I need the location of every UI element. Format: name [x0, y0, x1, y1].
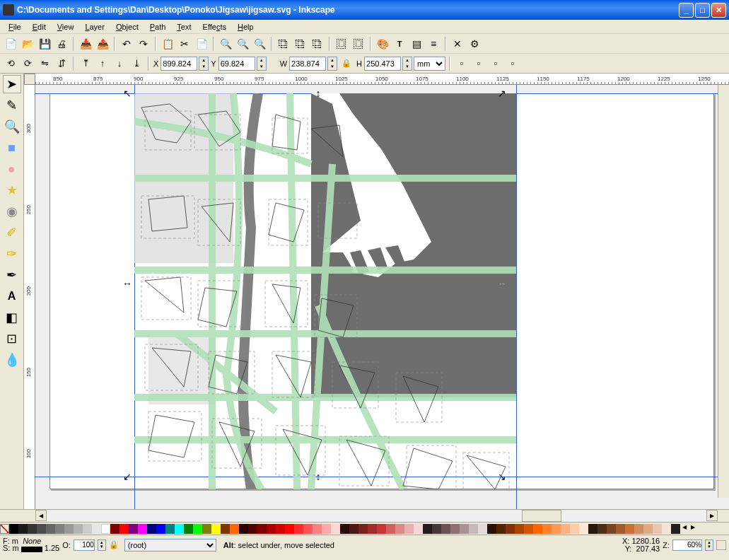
print-icon[interactable]: 🖨: [54, 36, 69, 52]
zoom-page-icon[interactable]: 🔍: [252, 36, 267, 52]
color-swatch[interactable]: [83, 524, 92, 534]
rotate-right-icon[interactable]: ⟳: [20, 56, 35, 71]
scrollbar-horizontal[interactable]: ◀ ▶: [0, 509, 729, 522]
unit-select[interactable]: mm: [414, 57, 445, 71]
group-icon[interactable]: ⿴: [334, 36, 349, 52]
affect-2-icon[interactable]: ▫: [471, 56, 486, 71]
color-swatch[interactable]: [506, 524, 515, 534]
lock-aspect-icon[interactable]: 🔒: [339, 56, 354, 71]
color-swatch[interactable]: [662, 524, 671, 534]
color-swatch[interactable]: [211, 524, 221, 534]
resize-grip[interactable]: [716, 540, 726, 550]
scroll-track[interactable]: [47, 510, 706, 522]
color-swatch[interactable]: [423, 524, 432, 534]
color-swatch[interactable]: [303, 524, 313, 534]
menu-view[interactable]: View: [52, 21, 80, 33]
color-swatch[interactable]: [552, 524, 561, 534]
zoom-tool-icon[interactable]: 🔍: [3, 117, 21, 136]
color-swatch[interactable]: [175, 524, 184, 534]
color-swatch[interactable]: [386, 524, 395, 534]
color-swatch[interactable]: [138, 524, 147, 534]
menu-effects[interactable]: Effects: [197, 21, 232, 33]
color-swatch[interactable]: [653, 524, 662, 534]
color-swatch[interactable]: [230, 524, 239, 534]
color-swatch[interactable]: [441, 524, 450, 534]
color-swatch[interactable]: [358, 524, 368, 534]
ruler-vertical[interactable]: 300 250 200 150 100: [24, 85, 35, 509]
color-swatch[interactable]: [221, 524, 230, 534]
color-swatch[interactable]: [248, 524, 257, 534]
map-drawing[interactable]: [134, 93, 516, 489]
menu-help[interactable]: Help: [232, 21, 259, 33]
zoom-fit-icon[interactable]: 🔍: [218, 36, 233, 52]
color-swatch[interactable]: [634, 524, 643, 534]
color-swatch[interactable]: [147, 524, 156, 534]
color-swatch[interactable]: [616, 524, 625, 534]
color-swatch[interactable]: [404, 524, 414, 534]
color-swatch[interactable]: [74, 524, 83, 534]
scrollbar-vertical[interactable]: [718, 85, 729, 498]
scroll-right-icon[interactable]: ▶: [706, 510, 718, 521]
align-icon[interactable]: ≡: [426, 36, 441, 52]
lock-layer-icon[interactable]: 🔒: [109, 540, 122, 549]
rect-tool-icon[interactable]: ■: [3, 139, 21, 157]
bezier-tool-icon[interactable]: ✑: [3, 245, 21, 263]
maximize-button[interactable]: □: [695, 3, 710, 18]
color-swatch[interactable]: [276, 524, 285, 534]
color-swatch[interactable]: [119, 524, 129, 534]
color-swatch[interactable]: [349, 524, 358, 534]
color-swatch[interactable]: [368, 524, 377, 534]
y-spinner[interactable]: ▲▼: [257, 57, 267, 71]
copy-icon[interactable]: 📋: [160, 36, 175, 52]
no-color-swatch[interactable]: [0, 524, 9, 534]
raise-icon[interactable]: ↑: [95, 56, 110, 71]
color-swatch[interactable]: [542, 524, 552, 534]
raise-top-icon[interactable]: ⤒: [78, 56, 93, 71]
open-icon[interactable]: 📂: [20, 36, 35, 52]
flip-h-icon[interactable]: ⇋: [37, 56, 52, 71]
close-button[interactable]: ✕: [711, 3, 726, 18]
color-swatch[interactable]: [267, 524, 276, 534]
menu-path[interactable]: Path: [144, 21, 172, 33]
zoom-drawing-icon[interactable]: 🔍: [235, 36, 250, 52]
color-swatch[interactable]: [129, 524, 138, 534]
color-swatch[interactable]: [285, 524, 294, 534]
prefs-icon[interactable]: ✕: [450, 36, 465, 52]
color-swatch[interactable]: [597, 524, 607, 534]
color-swatch[interactable]: [46, 524, 55, 534]
color-swatch[interactable]: [55, 524, 64, 534]
color-swatch[interactable]: [340, 524, 349, 534]
zoom-input[interactable]: [672, 539, 702, 551]
import-icon[interactable]: 📥: [78, 36, 93, 52]
color-swatch[interactable]: [18, 524, 28, 534]
text-dialog-icon[interactable]: T: [392, 36, 407, 52]
ungroup-icon[interactable]: ⿴: [351, 36, 366, 52]
color-swatch[interactable]: [450, 524, 460, 534]
clone-icon[interactable]: ⿻: [293, 36, 308, 52]
export-icon[interactable]: 📤: [95, 36, 110, 52]
color-swatch[interactable]: [395, 524, 404, 534]
w-spinner[interactable]: ▲▼: [327, 57, 337, 71]
menu-object[interactable]: Object: [110, 21, 144, 33]
palette-right-icon[interactable]: ▶: [689, 524, 697, 534]
color-swatch[interactable]: [156, 524, 165, 534]
save-icon[interactable]: 💾: [37, 36, 52, 52]
color-swatch[interactable]: [432, 524, 441, 534]
color-swatch[interactable]: [671, 524, 680, 534]
duplicate-icon[interactable]: ⿻: [276, 36, 291, 52]
docprops-icon[interactable]: ⚙: [467, 36, 482, 52]
color-swatch[interactable]: [625, 524, 634, 534]
x-spinner[interactable]: ▲▼: [199, 57, 209, 71]
minimize-button[interactable]: _: [679, 3, 694, 18]
gradient-tool-icon[interactable]: ◧: [3, 308, 21, 327]
color-swatch[interactable]: [377, 524, 386, 534]
color-swatch[interactable]: [313, 524, 322, 534]
palette-left-icon[interactable]: ◀: [680, 524, 689, 534]
color-swatch[interactable]: [64, 524, 74, 534]
paste-icon[interactable]: 📄: [194, 36, 209, 52]
color-swatch[interactable]: [643, 524, 653, 534]
menu-text[interactable]: Text: [171, 21, 197, 33]
color-swatch[interactable]: [184, 524, 193, 534]
rotate-left-icon[interactable]: ⟲: [3, 56, 18, 71]
color-swatch[interactable]: [588, 524, 597, 534]
